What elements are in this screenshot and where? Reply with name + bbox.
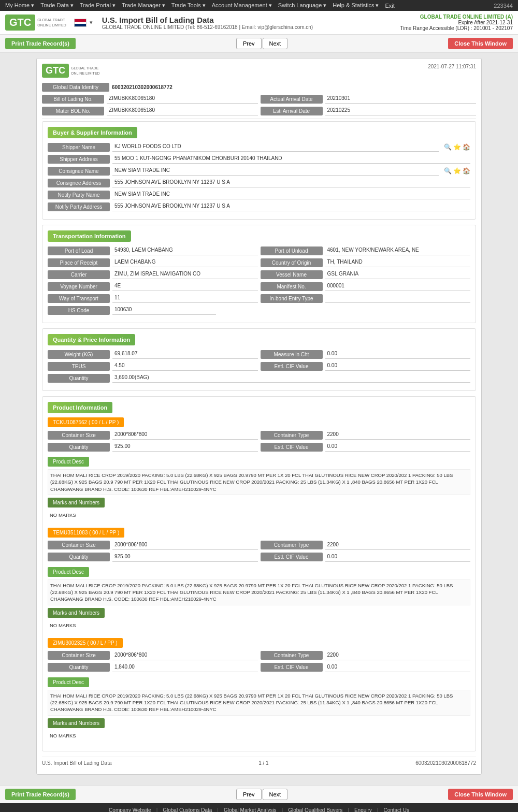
timestamp: 2021-07-27 11:07:31 bbox=[428, 64, 476, 69]
container-3-qty-row: Quantity 1,840.00 Estl. CIF Value 0.00 bbox=[48, 663, 470, 672]
shipper-star-icon[interactable]: ⭐ bbox=[453, 143, 461, 151]
container-2-qty-value: 925.00 bbox=[112, 553, 258, 562]
bol-row: Bill of Lading No. ZIMUBKK80065180 Actua… bbox=[42, 94, 476, 104]
consignee-search-icon[interactable]: 🔍 bbox=[444, 167, 452, 175]
container-1-type-label: Container Type bbox=[261, 431, 323, 440]
consignee-name-label: Consignee Name bbox=[48, 167, 110, 176]
container-1-product-desc-btn[interactable]: Product Desc bbox=[48, 457, 89, 467]
consignee-icons: 🔍 ⭐ 🏠 bbox=[444, 167, 470, 175]
nav-switchlang[interactable]: Switch Language ▾ bbox=[278, 2, 326, 9]
way-transport-value: 11 bbox=[112, 294, 258, 303]
port-unload-value: 4601, NEW YORK/NEWARK AREA, NE bbox=[325, 246, 471, 255]
shipper-search-icon[interactable]: 🔍 bbox=[444, 143, 452, 151]
port-load-value: 54930, LAEM CHABANG bbox=[112, 246, 258, 255]
bol-label: Bill of Lading No. bbox=[42, 95, 104, 104]
bottom-prev-button[interactable]: Prev bbox=[236, 789, 262, 800]
master-bol-value: ZIMUBKK80065180 bbox=[107, 106, 258, 115]
shipper-name-label: Shipper Name bbox=[48, 143, 110, 152]
nav-trademanager[interactable]: Trade Manager ▾ bbox=[122, 2, 165, 9]
container-3-type-label: Container Type bbox=[261, 651, 323, 660]
container-1-type-value: 2200 bbox=[325, 430, 471, 440]
shipper-address-label: Shipper Address bbox=[48, 155, 110, 164]
footer-link-customs[interactable]: Global Customs Data bbox=[163, 807, 212, 812]
global-data-identity-label: Global Data Identity bbox=[42, 83, 109, 92]
top-navigation: My Home ▾ Trade Data ▾ Trade Portal ▾ Tr… bbox=[0, 0, 518, 11]
voyage-value: 4E bbox=[112, 282, 258, 291]
product-info-section: Product Information TCKU1087562 ( 00 / L… bbox=[42, 396, 476, 751]
notify-party-name-value: NEW SIAM TRADE INC bbox=[112, 190, 470, 199]
footer-link-contact[interactable]: Contact Us bbox=[383, 807, 409, 812]
account-company: GLOBAL TRADE ONLINE LIMITED (A) bbox=[400, 14, 513, 20]
container-2-marks-btn[interactable]: Marks and Numbers bbox=[48, 608, 105, 618]
bottom-next-button[interactable]: Next bbox=[263, 789, 288, 800]
container-2-marks-text: NO MARKS bbox=[48, 620, 470, 630]
transportation-section: Transportation Information Port of Load … bbox=[42, 225, 476, 323]
container-1-size-row: Container Size 2000*806*800 Container Ty… bbox=[48, 430, 470, 440]
card-footer: U.S. Import Bill of Lading Data 1 / 1 60… bbox=[42, 757, 476, 769]
next-button[interactable]: Next bbox=[263, 38, 288, 49]
bottom-print-button[interactable]: Print Trade Record(s) bbox=[5, 789, 76, 800]
prev-button[interactable]: Prev bbox=[236, 38, 262, 49]
container-3-product-desc-btn[interactable]: Product Desc bbox=[48, 677, 89, 687]
weight-row: Weight (KG) 69,618.07 Measure in Cht 0.0… bbox=[48, 350, 470, 359]
way-transport-label: Way of Transport bbox=[48, 294, 110, 303]
container-1-number-btn[interactable]: TCKU1087562 ( 00 / L / PP ) bbox=[48, 417, 124, 427]
quantity-label: Quantity bbox=[48, 374, 110, 383]
nav-accountmgmt[interactable]: Account Management ▾ bbox=[212, 2, 272, 9]
close-button[interactable]: Close This Window bbox=[448, 38, 513, 49]
footer-link-buyers[interactable]: Global Qualified Buyers bbox=[288, 807, 342, 812]
notify-party-address-label: Notify Party Address bbox=[48, 202, 110, 211]
consignee-address-label: Consignee Address bbox=[48, 179, 110, 187]
container-3-cif-value: 0.00 bbox=[325, 663, 471, 672]
print-button[interactable]: Print Trade Record(s) bbox=[5, 38, 76, 49]
transportation-header: Transportation Information bbox=[48, 230, 131, 242]
container-2-product-desc-text: THAI HOM MALI RICE CROP 2019/2020 PACKIN… bbox=[48, 579, 470, 605]
quantity-price-header: Quantity & Price Information bbox=[48, 334, 135, 345]
consignee-home-icon[interactable]: 🏠 bbox=[463, 167, 470, 175]
main-content: GTC GLOBAL TRADEONLINE LIMITED 2021-07-2… bbox=[31, 53, 487, 785]
consignee-star-icon[interactable]: ⭐ bbox=[453, 167, 461, 175]
teus-label: TEUS bbox=[48, 362, 110, 371]
shipper-address-value: 55 MOO 1 KUT-NGONG PHANATNIKOM CHONBURI … bbox=[112, 154, 470, 164]
container-3-marks-btn[interactable]: Marks and Numbers bbox=[48, 718, 105, 728]
carrier-label: Carrier bbox=[48, 270, 110, 279]
main-card: GTC GLOBAL TRADEONLINE LIMITED 2021-07-2… bbox=[36, 58, 482, 775]
vessel-name-label: Vessel Name bbox=[261, 270, 323, 279]
container-3-number-btn[interactable]: ZIMU3002325 ( 00 / L / PP ) bbox=[48, 638, 123, 648]
hs-code-label: HS Code bbox=[48, 306, 110, 315]
nav-tradedata[interactable]: Trade Data ▾ bbox=[40, 2, 74, 9]
logo: GTC GLOBAL TRADEONLINE LIMITED bbox=[5, 15, 66, 31]
header-left: GTC GLOBAL TRADEONLINE LIMITED ▾ U.S. Im… bbox=[5, 15, 313, 31]
consignee-name-value: NEW SIAM TRADE INC bbox=[112, 166, 439, 176]
voyage-label: Voyage Number bbox=[48, 282, 110, 291]
buyer-supplier-header: Buyer & Supplier Information bbox=[48, 127, 137, 138]
master-bol-row: Mater BOL No. ZIMUBKK80065180 Esti Arriv… bbox=[42, 106, 476, 115]
master-bol-label: Mater BOL No. bbox=[42, 107, 104, 115]
voyage-row: Voyage Number 4E Manifest No. 000001 bbox=[48, 282, 470, 291]
esti-arrival-value: 20210225 bbox=[325, 106, 477, 115]
container-3-product-desc-text: THAI HOM MALI RICE CROP 2019/2020 PACKIN… bbox=[48, 690, 470, 716]
footer-link-enquiry[interactable]: Enquiry bbox=[354, 807, 372, 812]
footer-link-market[interactable]: Global Market Analysis bbox=[224, 807, 277, 812]
container-1-marks-btn[interactable]: Marks and Numbers bbox=[48, 498, 105, 508]
nav-myhome[interactable]: My Home ▾ bbox=[5, 2, 34, 9]
shipper-home-icon[interactable]: 🏠 bbox=[463, 143, 470, 151]
footer-link-company[interactable]: Company Website bbox=[109, 807, 151, 812]
notify-party-name-row: Notify Party Name NEW SIAM TRADE INC bbox=[48, 190, 470, 199]
container-1-marks-text: NO MARKS bbox=[48, 510, 470, 520]
container-1-qty-label: Quantity bbox=[48, 443, 110, 452]
container-3-cif-label: Estl. CIF Value bbox=[261, 663, 323, 672]
container-2-cif-label: Estl. CIF Value bbox=[261, 553, 323, 561]
nav-tradeportal[interactable]: Trade Portal ▾ bbox=[80, 2, 116, 9]
container-3-qty-value: 1,840.00 bbox=[112, 663, 258, 672]
expire-date: Expire After 2021-12-31 bbox=[400, 20, 513, 25]
bottom-close-button[interactable]: Close This Window bbox=[448, 789, 513, 800]
sub-header: GTC GLOBAL TRADEONLINE LIMITED ▾ U.S. Im… bbox=[0, 11, 518, 35]
measure-label: Measure in Cht bbox=[261, 350, 323, 359]
container-2-number-btn[interactable]: TEMU3511083 ( 00 / L / PP ) bbox=[48, 528, 124, 538]
nav-exit[interactable]: Exit bbox=[385, 3, 394, 9]
time-range: Time Range Accessible (LDR) : 201001 - 2… bbox=[400, 25, 513, 31]
container-2-product-desc-btn[interactable]: Product Desc bbox=[48, 567, 89, 577]
nav-tradetools[interactable]: Trade Tools ▾ bbox=[171, 2, 206, 9]
nav-helpstats[interactable]: Help & Statistics ▾ bbox=[333, 2, 379, 9]
